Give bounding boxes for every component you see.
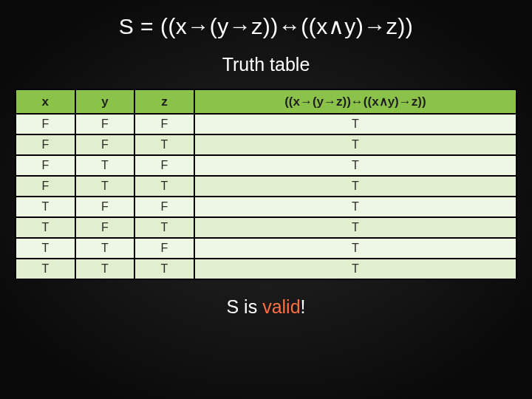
cell-y: F bbox=[76, 135, 134, 154]
cell-s: T bbox=[195, 177, 516, 196]
cell-x: F bbox=[16, 135, 75, 154]
cell-z: T bbox=[135, 135, 194, 154]
cell-s: T bbox=[195, 197, 516, 216]
cell-x: F bbox=[16, 156, 75, 175]
footer-suffix: ! bbox=[301, 296, 306, 317]
cell-x: T bbox=[16, 259, 75, 279]
cell-s: T bbox=[195, 239, 516, 258]
cell-x: T bbox=[16, 218, 75, 237]
cell-s: T bbox=[195, 259, 516, 279]
truth-table: x y z ((x→(y→z))↔((x∧y)→z)) F F F T F F … bbox=[15, 89, 517, 280]
cell-x: F bbox=[16, 115, 75, 134]
cell-s: T bbox=[195, 218, 516, 237]
footer-prefix: S is bbox=[227, 296, 263, 317]
footer-emph: valid bbox=[262, 296, 300, 317]
table-header-row: x y z ((x→(y→z))↔((x∧y)→z)) bbox=[16, 90, 516, 113]
table-row: F F T T bbox=[16, 135, 516, 154]
cell-z: T bbox=[135, 218, 194, 237]
table-row: T T F T bbox=[16, 239, 516, 258]
cell-z: F bbox=[135, 115, 194, 134]
cell-x: F bbox=[16, 177, 75, 196]
table-row: T T T T bbox=[16, 259, 516, 279]
cell-z: T bbox=[135, 177, 194, 196]
cell-z: F bbox=[135, 156, 194, 175]
cell-y: F bbox=[76, 218, 134, 237]
table-row: F F F T bbox=[16, 115, 516, 134]
cell-x: T bbox=[16, 197, 75, 216]
cell-y: F bbox=[76, 197, 134, 216]
slide: S = ((x→(y→z))↔((x∧y)→z)) Truth table x … bbox=[0, 0, 532, 399]
cell-z: F bbox=[135, 239, 194, 258]
table-row: T F T T bbox=[16, 218, 516, 237]
cell-y: T bbox=[76, 156, 134, 175]
cell-z: T bbox=[135, 259, 194, 279]
cell-z: F bbox=[135, 197, 194, 216]
cell-y: T bbox=[76, 259, 134, 279]
table-row: T F F T bbox=[16, 197, 516, 216]
col-header-z: z bbox=[135, 90, 194, 113]
cell-y: F bbox=[76, 115, 134, 134]
cell-x: T bbox=[16, 239, 75, 258]
cell-s: T bbox=[195, 156, 516, 175]
footer-text: S is valid! bbox=[0, 296, 532, 318]
cell-y: T bbox=[76, 239, 134, 258]
cell-s: T bbox=[195, 115, 516, 134]
cell-s: T bbox=[195, 135, 516, 154]
cell-y: T bbox=[76, 177, 134, 196]
table-row: F T T T bbox=[16, 177, 516, 196]
col-header-s: ((x→(y→z))↔((x∧y)→z)) bbox=[195, 90, 516, 113]
table-row: F T F T bbox=[16, 156, 516, 175]
col-header-y: y bbox=[76, 90, 134, 113]
page-title: S = ((x→(y→z))↔((x∧y)→z)) bbox=[0, 13, 532, 39]
col-header-x: x bbox=[16, 90, 75, 113]
subtitle: Truth table bbox=[0, 54, 532, 75]
